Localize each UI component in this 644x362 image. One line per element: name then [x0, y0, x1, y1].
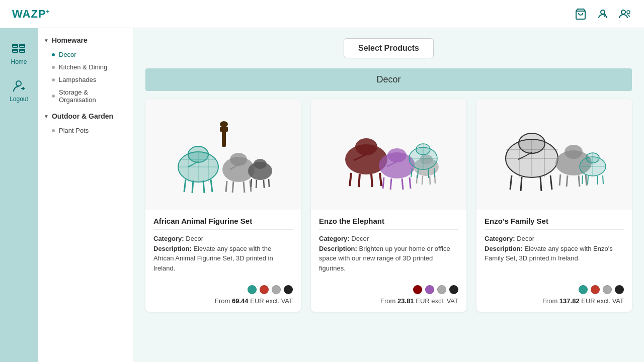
sidebar: Home Logout [0, 28, 38, 362]
svg-line-23 [211, 179, 212, 192]
svg-line-37 [251, 179, 252, 187]
svg-line-20 [184, 179, 186, 192]
product-illustration-2 [499, 109, 610, 200]
svg-line-95 [603, 175, 603, 184]
price-line-1: From 23.81 EUR excl. VAT [380, 297, 458, 305]
svg-line-73 [510, 175, 512, 190]
svg-line-46 [380, 173, 381, 186]
svg-line-31 [226, 181, 227, 192]
swatch-red-2[interactable] [591, 285, 600, 294]
svg-line-86 [579, 175, 580, 187]
swatch-purple-1[interactable] [425, 285, 434, 294]
logo: WAZP+ [12, 8, 50, 21]
home-icon [11, 40, 27, 56]
header-actions [574, 7, 632, 21]
nav-dot-lampshades [52, 78, 55, 81]
swatch-black-1[interactable] [449, 285, 458, 294]
chevron-down-icon: ▼ [44, 38, 49, 43]
select-products-button[interactable]: Select Products [344, 38, 434, 58]
product-illustration-0 [168, 109, 279, 200]
product-card-0[interactable]: African Animal Figurine Set Category: De… [145, 99, 301, 312]
product-name-0: African Animal Figurine Set [153, 217, 293, 230]
svg-point-12 [16, 81, 21, 86]
color-swatches-0 [248, 285, 293, 294]
nav-item-plant-pots[interactable]: Plant Pots [44, 124, 127, 137]
swatch-teal-0[interactable] [248, 285, 257, 294]
app-header: WAZP+ [0, 0, 644, 28]
swatch-darkred-1[interactable] [413, 285, 422, 294]
svg-line-32 [232, 182, 233, 193]
nav-item-storage[interactable]: Storage & Organisation [44, 86, 127, 106]
product-grid: African Animal Figurine Set Category: De… [145, 99, 632, 312]
svg-line-40 [269, 179, 269, 187]
nav-item-decor[interactable]: Decor [44, 48, 127, 61]
svg-line-44 [359, 174, 360, 187]
product-card-2[interactable]: Enzo's Family Set Category: Decor Descri… [476, 99, 632, 312]
main-layout: Home Logout ▼ Homeware Decor Kitchen & D… [0, 28, 644, 362]
svg-line-45 [371, 174, 372, 187]
swatch-black-0[interactable] [284, 285, 293, 294]
product-illustration-1 [334, 109, 444, 200]
svg-line-52 [410, 177, 411, 189]
svg-line-50 [390, 178, 391, 190]
product-info-0: African Animal Figurine Set Category: De… [145, 210, 301, 280]
svg-line-33 [244, 182, 245, 193]
sidebar-item-home[interactable]: Home [7, 36, 31, 69]
nav-item-lampshades[interactable]: Lampshades [44, 73, 127, 86]
nav-category-homeware[interactable]: ▼ Homeware [44, 36, 127, 44]
svg-point-15 [220, 121, 228, 127]
svg-line-22 [203, 180, 204, 193]
product-image-2 [476, 99, 632, 210]
account-icon[interactable] [596, 7, 610, 21]
svg-line-39 [264, 180, 264, 188]
svg-line-65 [428, 169, 429, 178]
main-content: Select Products Decor [133, 28, 644, 362]
nav-item-kitchen-dining[interactable]: Kitchen & Dining [44, 61, 127, 73]
sidebar-home-label: Home [11, 58, 27, 65]
svg-line-55 [417, 175, 417, 184]
swatch-red-0[interactable] [260, 285, 269, 294]
users-icon[interactable] [618, 7, 632, 21]
svg-rect-14 [220, 127, 228, 132]
product-meta-2: Category: Decor Description: Elevate any… [485, 234, 624, 273]
svg-line-51 [402, 178, 403, 190]
product-meta-1: Category: Decor Description: Brighten up… [319, 234, 458, 273]
svg-line-84 [559, 174, 560, 186]
swatch-black-2[interactable] [615, 285, 624, 294]
swatch-grey-1[interactable] [437, 285, 446, 294]
nav-panel: ▼ Homeware Decor Kitchen & Dining Lampsh… [38, 28, 133, 362]
svg-line-57 [430, 176, 430, 185]
svg-point-83 [565, 145, 583, 159]
category-header: Decor [145, 68, 632, 91]
svg-point-36 [254, 159, 267, 169]
svg-line-21 [192, 180, 193, 193]
product-image-0 [145, 99, 301, 210]
product-image-1 [311, 99, 466, 210]
swatch-teal-2[interactable] [579, 285, 588, 294]
product-card-1[interactable]: Enzo the Elephant Category: Decor Descri… [311, 99, 466, 312]
svg-line-94 [597, 176, 598, 185]
svg-line-38 [256, 180, 257, 188]
color-swatches-2 [579, 285, 624, 294]
svg-line-56 [422, 176, 423, 185]
svg-line-87 [586, 174, 587, 186]
sidebar-item-logout[interactable]: Logout [6, 73, 32, 107]
nav-dot-plant-pots [52, 129, 55, 132]
swatch-grey-2[interactable] [603, 285, 612, 294]
nav-dot-kitchen [52, 66, 55, 69]
svg-point-30 [230, 153, 247, 166]
nav-category-outdoor[interactable]: ▼ Outdoor & Garden [44, 112, 127, 120]
product-footer-1: From 23.81 EUR excl. VAT [311, 280, 466, 312]
price-line-0: From 69.44 EUR excl. VAT [215, 297, 293, 305]
price-line-2: From 137.82 EUR excl. VAT [542, 297, 624, 305]
product-info-1: Enzo the Elephant Category: Decor Descri… [311, 210, 466, 280]
svg-point-1 [601, 10, 605, 14]
svg-point-48 [387, 148, 407, 162]
nav-dot-storage [52, 95, 55, 98]
swatch-grey-0[interactable] [272, 285, 281, 294]
svg-point-42 [355, 138, 377, 155]
product-name-1: Enzo the Elephant [319, 217, 458, 230]
svg-line-49 [383, 177, 384, 189]
product-footer-0: From 69.44 EUR excl. VAT [145, 280, 301, 312]
cart-icon[interactable] [574, 7, 588, 21]
